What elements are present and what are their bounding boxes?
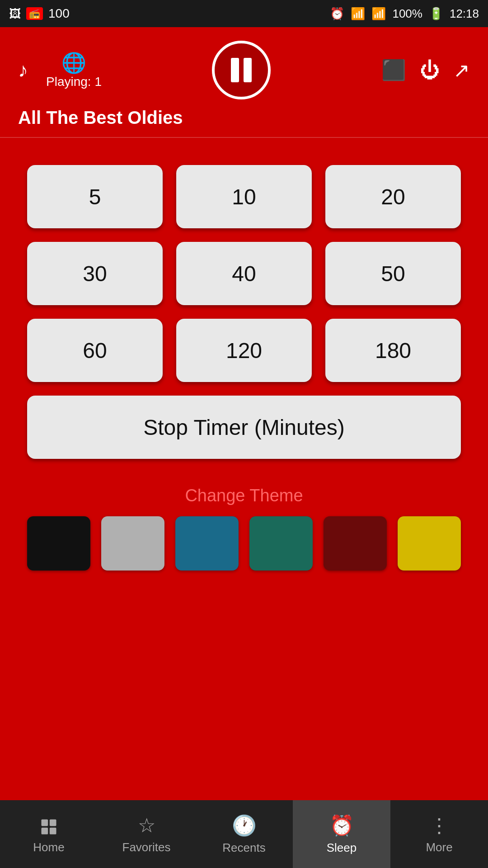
home-icon	[39, 814, 59, 836]
battery-label: 100%	[392, 7, 422, 21]
status-bar: 🖼 📻 100 ⏰ 📶 📶 100% 🔋 12:18	[0, 0, 488, 27]
theme-label: Change Theme	[27, 486, 461, 505]
nav-more[interactable]: ⋮ More	[390, 800, 488, 868]
theme-colors	[27, 516, 461, 571]
theme-yellow[interactable]	[398, 516, 461, 571]
signal-label: 100	[48, 6, 70, 21]
more-icon: ⋮	[429, 814, 449, 837]
signal-icon: 📶	[371, 7, 386, 21]
pause-button[interactable]	[212, 41, 271, 99]
nav-home-label: Home	[33, 840, 64, 854]
nav-sleep-label: Sleep	[327, 841, 357, 855]
nav-favorites[interactable]: ☆ Favorites	[98, 800, 195, 868]
radio-icon: 📻	[26, 7, 43, 20]
timer-btn-120[interactable]: 120	[176, 319, 312, 382]
stop-icon[interactable]: ⬛	[381, 58, 406, 82]
nav-home[interactable]: Home	[0, 800, 98, 868]
svg-rect-2	[42, 828, 48, 835]
theme-black[interactable]	[27, 516, 90, 571]
share-icon[interactable]: ↗	[453, 59, 470, 82]
player-controls: ♪ 🌐 Playing: 1 ⬛ ⏻ ↗	[18, 41, 470, 99]
timer-btn-180[interactable]: 180	[325, 319, 461, 382]
music-icon[interactable]: ♪	[18, 59, 28, 81]
timer-btn-30[interactable]: 30	[27, 242, 163, 305]
nav-sleep[interactable]: ⏰ Sleep	[293, 800, 390, 868]
nav-recents[interactable]: 🕐 Recents	[195, 800, 293, 868]
recents-icon: 🕐	[232, 814, 257, 837]
globe-icon[interactable]: 🌐	[61, 51, 86, 75]
timer-grid: 5 10 20 30 40 50 60 120 180	[27, 165, 461, 382]
playing-label: Playing: 1	[46, 75, 102, 89]
alarm-icon: ⏰	[330, 7, 344, 21]
header: ♪ 🌐 Playing: 1 ⬛ ⏻ ↗ All The Best Oldies	[0, 27, 488, 137]
battery-icon: 🔋	[429, 7, 443, 21]
timer-btn-60[interactable]: 60	[27, 319, 163, 382]
photo-icon: 🖼	[9, 7, 21, 21]
theme-teal[interactable]	[249, 516, 313, 571]
stop-timer-button[interactable]: Stop Timer (Minutes)	[27, 396, 461, 459]
favorites-icon: ☆	[138, 814, 155, 837]
sleep-icon: ⏰	[329, 814, 354, 837]
theme-blue[interactable]	[175, 516, 239, 571]
wifi-icon: 📶	[351, 7, 365, 21]
nav-favorites-label: Favorites	[122, 840, 171, 854]
timer-btn-10[interactable]: 10	[176, 165, 312, 228]
time-label: 12:18	[450, 7, 479, 21]
timer-btn-5[interactable]: 5	[27, 165, 163, 228]
svg-rect-1	[50, 819, 56, 826]
timer-btn-50[interactable]: 50	[325, 242, 461, 305]
power-icon[interactable]: ⏻	[420, 59, 440, 81]
svg-rect-3	[50, 828, 56, 835]
nav-more-label: More	[426, 840, 452, 854]
theme-gray[interactable]	[101, 516, 164, 571]
timer-section: 5 10 20 30 40 50 60 120 180 Stop Timer (…	[0, 138, 488, 472]
bottom-nav: Home ☆ Favorites 🕐 Recents ⏰ Sleep ⋮ Mor…	[0, 800, 488, 868]
station-title: All The Best Oldies	[18, 108, 470, 128]
theme-section: Change Theme	[0, 472, 488, 571]
nav-recents-label: Recents	[222, 841, 265, 855]
svg-rect-0	[42, 819, 48, 826]
timer-btn-40[interactable]: 40	[176, 242, 312, 305]
timer-btn-20[interactable]: 20	[325, 165, 461, 228]
theme-dark-red[interactable]	[324, 516, 387, 571]
